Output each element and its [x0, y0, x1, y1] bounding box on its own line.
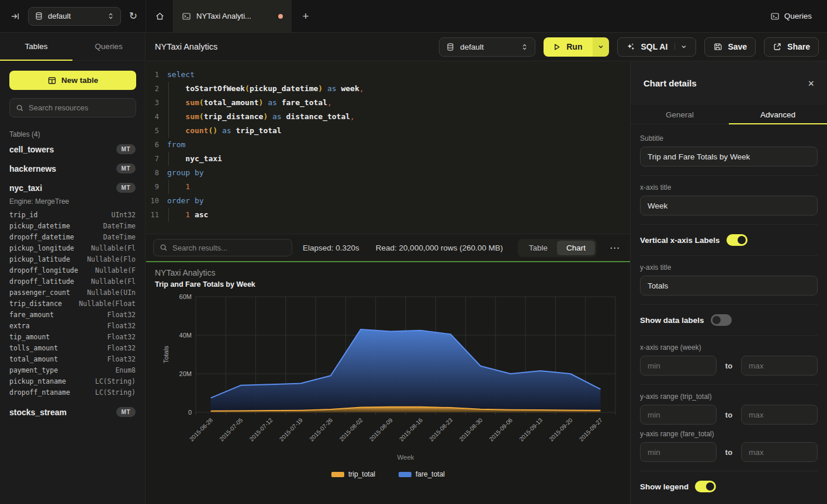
run-label: Run	[566, 42, 582, 51]
search-resources-input[interactable]	[29, 103, 130, 112]
search-icon	[160, 244, 168, 252]
run-button[interactable]: Run	[544, 37, 593, 57]
table-row[interactable]: cell_towersMT	[0, 140, 145, 159]
show-legend-label: Show legend	[640, 482, 688, 491]
legend-item-trip_total[interactable]: trip_total	[331, 470, 375, 478]
column-row: dropoff_datetimeDateTime	[0, 231, 145, 242]
sidebar-tab-tables[interactable]: Tables	[0, 33, 72, 60]
y-range-trip-max-input[interactable]	[741, 405, 818, 425]
vertical-x-labels-toggle[interactable]	[726, 234, 748, 246]
column-row: passenger_countNullable(UIn	[0, 287, 145, 298]
x-axis-title-input[interactable]	[640, 196, 818, 215]
save-button[interactable]: Save	[704, 37, 756, 57]
close-icon[interactable]: ×	[808, 78, 814, 89]
column-name: tolls_amount	[9, 344, 58, 352]
column-type: Nullable(Fl	[91, 277, 136, 286]
view-tab-table[interactable]: Table	[520, 241, 557, 255]
more-options-icon[interactable]: ⋯	[607, 242, 622, 254]
table-row[interactable]: nyc_taxiMT	[0, 178, 145, 197]
new-table-button[interactable]: New table	[9, 71, 136, 90]
toolbar: default Run SQ	[439, 37, 819, 57]
svg-text:2015-06-28: 2015-06-28	[188, 416, 214, 442]
legend-label: trip_total	[348, 470, 375, 478]
save-label: Save	[728, 42, 747, 51]
table-row[interactable]: stocks_streamMT	[0, 402, 145, 422]
line-number: 9	[146, 180, 167, 194]
column-name: pickup_ntaname	[9, 377, 66, 385]
save-icon	[713, 42, 722, 51]
panel-tab-advanced[interactable]: Advanced	[729, 105, 827, 124]
subtitle-input[interactable]	[640, 147, 818, 166]
sql-editor[interactable]: 1select2 toStartOfWeek(pickup_datetime) …	[146, 61, 630, 234]
x-range-min-input[interactable]	[640, 356, 717, 376]
sql-ai-options-button[interactable]	[674, 43, 687, 50]
svg-text:2015-09-20: 2015-09-20	[548, 416, 574, 442]
y-range-trip-label: y-axis range (trip_total)	[640, 392, 818, 401]
run-options-button[interactable]	[593, 37, 609, 57]
table-row[interactable]: hackernewsMT	[0, 159, 145, 178]
table-name: nyc_taxi	[9, 183, 42, 193]
y-range-fare-min-input[interactable]	[640, 442, 717, 462]
search-results-input[interactable]	[172, 244, 286, 252]
column-row: trip_distanceNullable(Float	[0, 298, 145, 309]
line-number: 6	[146, 138, 167, 152]
line-number: 1	[146, 68, 167, 82]
legend-item-fare_total[interactable]: fare_total	[399, 470, 445, 478]
svg-text:2015-07-26: 2015-07-26	[308, 416, 334, 442]
column-row: dropoff_longitudeNullable(F	[0, 265, 145, 276]
code-line: 2 toStartOfWeek(pickup_datetime) as week…	[146, 82, 630, 96]
legend-label: fare_total	[416, 470, 445, 478]
sidebar-tab-queries[interactable]: Queries	[72, 33, 145, 60]
sql-ai-button[interactable]: SQL AI	[617, 37, 696, 57]
x-range-max-input[interactable]	[741, 356, 818, 376]
column-row: dropoff_latitudeNullable(Fl	[0, 276, 145, 287]
line-number: 10	[146, 194, 167, 208]
sidebar: TablesQueries New table Tables (4) cell_…	[0, 33, 146, 504]
unsaved-dot	[278, 14, 283, 19]
line-number: 2	[146, 82, 167, 96]
top-bar: default ↻ NYTaxi Analyti... +	[0, 0, 827, 33]
tab-nytaxi-analytics[interactable]: NYTaxi Analyti...	[174, 0, 292, 32]
y-range-trip-min-input[interactable]	[640, 405, 717, 425]
column-row: dropoff_ntanameLC(String)	[0, 387, 145, 398]
column-row: pickup_datetimeDateTime	[0, 220, 145, 231]
column-type: Enum8	[115, 366, 136, 374]
toolbar-database-selector[interactable]: default	[439, 37, 535, 57]
home-button[interactable]	[146, 0, 174, 32]
column-name: dropoff_longitude	[9, 266, 78, 274]
show-legend-toggle[interactable]	[695, 481, 716, 492]
refresh-icon[interactable]: ↻	[129, 10, 137, 22]
svg-text:Totals: Totals	[162, 346, 169, 363]
y-axis-title-input[interactable]	[640, 276, 818, 296]
legend-swatch	[331, 472, 344, 477]
column-row: tolls_amountFloat32	[0, 342, 145, 353]
new-tab-button[interactable]: +	[292, 0, 320, 32]
chart-subtitle: Trip and Fare Totals by Week	[155, 280, 255, 289]
y-range-trip-block: y-axis range (trip_total) to	[640, 392, 818, 425]
elapsed-stat: Elapsed: 0.320s	[303, 244, 359, 252]
column-row: extraFloat32	[0, 320, 145, 331]
svg-text:2015-08-02: 2015-08-02	[338, 416, 364, 442]
chart-canvas[interactable]: 020M40M60MTotals2015-06-282015-07-052015…	[146, 262, 630, 504]
code-line: 10order by	[146, 194, 630, 208]
toolbar-database-value: default	[460, 43, 515, 51]
show-data-labels-label: Show data labels	[640, 316, 704, 325]
svg-text:2015-08-09: 2015-08-09	[368, 416, 394, 442]
show-data-labels-toggle[interactable]	[711, 314, 732, 326]
queries-button[interactable]: Queries	[770, 12, 812, 21]
database-selector[interactable]: default	[28, 7, 121, 26]
share-button[interactable]: Share	[764, 37, 819, 57]
panel-tab-general[interactable]: General	[631, 105, 729, 124]
database-icon	[446, 43, 455, 51]
column-name: trip_distance	[9, 300, 62, 308]
table-name: cell_towers	[9, 145, 54, 154]
collapse-sidebar-icon[interactable]	[11, 12, 20, 21]
share-label: Share	[787, 42, 810, 51]
view-tab-chart[interactable]: Chart	[557, 241, 595, 255]
svg-text:20M: 20M	[179, 370, 192, 377]
view-toggle: TableChart	[518, 239, 597, 257]
column-row: pickup_longitudeNullable(Fl	[0, 242, 145, 253]
y-range-fare-max-input[interactable]	[741, 442, 818, 462]
column-type: Float32	[108, 333, 136, 341]
y-range-fare-label: y-axis range (fare_total)	[640, 430, 818, 438]
